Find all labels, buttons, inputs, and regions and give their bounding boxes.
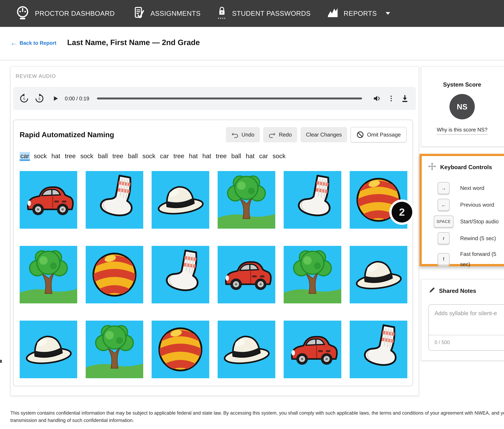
- back-arrow-icon: ←: [10, 39, 17, 47]
- nav-item-proctor-dashboard[interactable]: PROCTOR DASHBOARD: [15, 5, 115, 21]
- nav-label-student-passwords: STUDENT PASSWORDS: [232, 9, 311, 17]
- shortcut-row-4: fFast forward (5 sec): [422, 246, 504, 271]
- review-audio-card: REVIEW AUDIO 0:00 / 0:19 Rapid Automatiz…: [10, 66, 419, 396]
- word-0-car[interactable]: car: [20, 152, 30, 161]
- play-icon[interactable]: [51, 94, 59, 103]
- sock-image: [86, 171, 143, 228]
- word-10-tree[interactable]: tree: [173, 152, 185, 160]
- line-chart-icon: [327, 7, 339, 20]
- word-list: carsockhattreesockballtreeballsockcartre…: [20, 152, 406, 159]
- picture-tile-tree: [218, 171, 275, 228]
- clipboard-check-icon: [133, 6, 145, 21]
- notes-char-counter: 0 / 500: [429, 335, 504, 350]
- key-badge-f: f: [438, 253, 450, 265]
- picture-tile-car: [284, 321, 341, 378]
- forward-5-icon[interactable]: [34, 93, 45, 104]
- word-2-hat[interactable]: hat: [51, 152, 61, 160]
- picture-tile-sock: [350, 321, 407, 378]
- shortcut-row-1: ←Previous wordsSubstitution: [422, 196, 504, 213]
- picture-tile-sock: [86, 171, 143, 228]
- nav-label-reports: REPORTS: [344, 9, 377, 17]
- word-3-tree[interactable]: tree: [64, 152, 76, 160]
- system-score-label: System Score: [443, 81, 481, 88]
- word-5-ball[interactable]: ball: [97, 152, 108, 160]
- shortcut-label-rewind-5-sec-: Rewind (5 sec): [460, 233, 503, 243]
- word-13-tree[interactable]: tree: [215, 152, 227, 160]
- picture-tile-tree: [20, 246, 77, 303]
- undo-icon: [231, 131, 238, 138]
- word-16-car[interactable]: car: [258, 152, 269, 160]
- key-badge-SPACE: SPACE: [434, 215, 454, 228]
- tree-image: [86, 321, 143, 378]
- clear-changes-button[interactable]: Clear Changes: [301, 127, 347, 142]
- key-badge-r: r: [438, 232, 450, 244]
- passage-title: Rapid Automatized Naming: [20, 131, 114, 139]
- word-6-tree[interactable]: tree: [112, 152, 124, 160]
- word-9-car[interactable]: car: [159, 152, 170, 160]
- footer-disclaimer: This system contains confidential inform…: [10, 409, 504, 424]
- word-7-ball[interactable]: ball: [127, 152, 139, 160]
- screen-edge-artifact: [0, 360, 2, 363]
- page-header: ← Back to Report Last Name, First Name —…: [0, 27, 504, 61]
- nav-item-reports[interactable]: REPORTS: [327, 7, 390, 20]
- picture-tile-ball: [152, 321, 209, 378]
- car-image: [20, 171, 77, 228]
- review-audio-label: REVIEW AUDIO: [16, 73, 56, 79]
- password-stars: ****: [218, 17, 226, 21]
- pencil-icon: [428, 287, 436, 295]
- back-label: Back to Report: [19, 40, 56, 46]
- word-15-hat[interactable]: hat: [245, 152, 255, 160]
- volume-icon[interactable]: [372, 94, 382, 103]
- redo-button[interactable]: Redo: [263, 127, 297, 142]
- shortcut-label-previous-word: Previous word: [460, 200, 503, 210]
- tree-image: [218, 171, 275, 228]
- shared-notes-input[interactable]: Adds syllable for silent-e: [429, 305, 504, 335]
- word-17-sock[interactable]: sock: [272, 152, 286, 160]
- sock-image: [350, 321, 407, 378]
- picture-tile-car: [218, 246, 275, 303]
- word-14-ball[interactable]: ball: [231, 152, 242, 160]
- word-12-hat[interactable]: hat: [202, 152, 212, 160]
- why-ns-link[interactable]: Why is this score NS?: [437, 127, 487, 135]
- nav-item-student-passwords[interactable]: **** STUDENT PASSWORDS: [217, 6, 311, 21]
- omit-passage-button[interactable]: Omit Passage: [351, 127, 406, 142]
- hat-image: [350, 246, 407, 303]
- audio-time: 0:00 / 0:19: [65, 96, 89, 102]
- passage-panel: Rapid Automatized Naming Undo Redo Clear…: [13, 120, 413, 386]
- omit-icon: [356, 131, 364, 139]
- nav-label-assignments: ASSIGNMENTS: [151, 9, 201, 17]
- tree-image: [284, 246, 341, 303]
- lock-icon: ****: [217, 6, 227, 21]
- system-score-value: NS: [450, 94, 475, 119]
- audio-progress-bar[interactable]: [97, 97, 362, 99]
- back-to-report-link[interactable]: ← Back to Report: [10, 39, 56, 47]
- sock-image: [152, 246, 209, 303]
- picture-tile-hat: [152, 171, 209, 228]
- tree-image: [20, 246, 77, 303]
- hat-image: [218, 321, 275, 378]
- proctor-app: PROCTOR DASHBOARD ASSIGNMENTS **** STUDE…: [0, 0, 504, 429]
- keyboard-controls-title: Keyboard Controls: [440, 164, 492, 170]
- kebab-menu-icon[interactable]: [387, 94, 396, 103]
- shared-notes-card: Shared Notes Learn More Adds syllable fo…: [421, 279, 504, 360]
- audio-player: 0:00 / 0:19: [13, 87, 416, 110]
- word-11-hat[interactable]: hat: [188, 152, 198, 160]
- shortcut-label-fast-forward-5-sec-: Fast forward (5 sec): [460, 249, 503, 269]
- picture-tile-hat: [218, 321, 275, 378]
- shortcut-label-start-stop-audio: Start/Stop audio: [460, 216, 503, 227]
- key-badge-→: →: [438, 182, 450, 194]
- gauge-icon: [15, 5, 30, 21]
- caret-down-icon: [386, 12, 390, 15]
- word-1-sock[interactable]: sock: [33, 152, 48, 160]
- download-icon[interactable]: [400, 94, 410, 103]
- shared-notes-title: Shared Notes: [439, 288, 476, 294]
- picture-tile-hat: [350, 246, 407, 303]
- undo-button[interactable]: Undo: [226, 127, 260, 142]
- ball-image: [152, 321, 209, 378]
- word-4-sock[interactable]: sock: [80, 152, 94, 160]
- nav-label-proctor-dashboard: PROCTOR DASHBOARD: [35, 9, 115, 17]
- keyboard-controls-box: Keyboard Controls →Next wordcCorrect←Pre…: [420, 154, 504, 266]
- replay-5-icon[interactable]: [19, 93, 29, 104]
- nav-item-assignments[interactable]: ASSIGNMENTS: [133, 6, 201, 21]
- word-8-sock[interactable]: sock: [142, 152, 156, 160]
